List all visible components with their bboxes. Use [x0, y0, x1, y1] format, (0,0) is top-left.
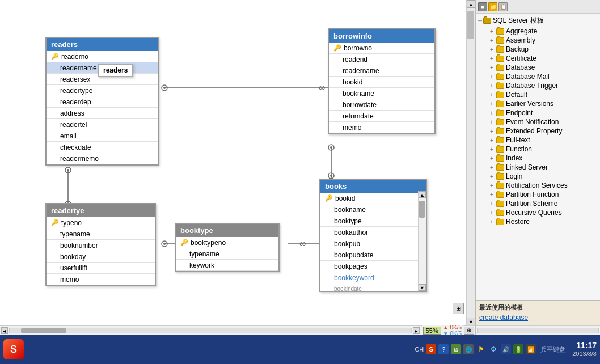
- svg-point-6: [330, 146, 332, 149]
- folder-icon: [496, 46, 504, 53]
- svg-point-8: [330, 175, 332, 177]
- tree-item-label: Earlier Versions: [506, 100, 553, 108]
- flag-icon[interactable]: ⚑: [476, 344, 486, 354]
- tree-root-item[interactable]: ─ SQL Server 模板: [476, 15, 600, 27]
- tree-item-label: Notification Services: [506, 181, 568, 189]
- tree-item-aggregate[interactable]: + Aggregate: [487, 27, 600, 36]
- diagram-hscroll: ◄ ► 55% ▲ 0K/5 ▼ 0K/5 ⊕: [0, 325, 475, 335]
- tree-item-database[interactable]: + Database: [487, 63, 600, 72]
- tree-item-partition-function[interactable]: + Partition Function: [487, 190, 600, 199]
- tree-item-fulltext[interactable]: + Full-text: [487, 136, 600, 145]
- battery-icon[interactable]: 🔋: [513, 344, 523, 354]
- readertye-table[interactable]: readertye 🔑 typeno typename booknu: [45, 203, 156, 286]
- table-row: readermemo: [47, 153, 158, 164]
- table-row: checkdate: [47, 142, 158, 153]
- toggle-icon: +: [488, 164, 495, 171]
- tree-item-restore[interactable]: + Restore: [487, 217, 600, 226]
- app-icon-s[interactable]: S: [426, 344, 436, 354]
- toggle-icon: +: [488, 173, 495, 180]
- folder-icon: [496, 28, 504, 35]
- tree-item-function[interactable]: + Function: [487, 145, 600, 154]
- network-icon[interactable]: 🌐: [463, 344, 474, 354]
- tree-item-extended-property[interactable]: + Extended Property: [487, 126, 600, 136]
- table-row: address: [47, 108, 158, 119]
- tree-item-label: Login: [506, 172, 522, 180]
- tree-item-assembly[interactable]: + Assembly: [487, 36, 600, 45]
- borrowinfo-table[interactable]: borrowinfo 🔑 borrowno readerid rea: [328, 28, 436, 134]
- audio-icon[interactable]: 🔊: [501, 344, 511, 354]
- tree-item-partition-scheme[interactable]: + Partition Scheme: [487, 199, 600, 208]
- field-name: readerid: [343, 56, 367, 64]
- map-nav-icon[interactable]: ⊞: [453, 303, 464, 314]
- app-logo[interactable]: S: [3, 339, 24, 359]
- tree-item-backup[interactable]: + Backup: [487, 45, 600, 54]
- tree-item-certificate[interactable]: + Certificate: [487, 54, 600, 63]
- vscroll-up-btn[interactable]: ▲: [467, 0, 475, 8]
- tree-item-endpoint[interactable]: + Endpoint: [487, 108, 600, 117]
- table-row: userfullift: [47, 263, 155, 274]
- tree-item-earlier-versions[interactable]: + Earlier Versions: [487, 99, 600, 108]
- hscroll-right-btn[interactable]: ►: [413, 327, 420, 334]
- tree-item-database-trigger[interactable]: + Database Trigger: [487, 81, 600, 90]
- booktype-title: booktype: [180, 226, 213, 235]
- table-row: bookname: [329, 88, 434, 99]
- field-name: address: [60, 109, 84, 117]
- table-row: bookday: [47, 251, 155, 263]
- field-name: readertype: [60, 87, 92, 95]
- table-row: readerid: [329, 54, 434, 65]
- tree-item-default[interactable]: + Default: [487, 90, 600, 99]
- tree-item-label: Certificate: [506, 54, 536, 62]
- key-icon: 🔑: [180, 239, 188, 246]
- pc-icon[interactable]: 🖥: [451, 344, 461, 354]
- table-row: keywork: [176, 260, 278, 271]
- zoom-box: 55%: [423, 327, 441, 335]
- field-name: readermemo: [60, 155, 99, 163]
- tree-item-event-notification[interactable]: + Event Notification: [487, 117, 600, 126]
- field-name: readerdep: [60, 98, 91, 106]
- field-name: typename: [60, 230, 90, 238]
- table-row: readername: [329, 65, 434, 77]
- vscroll-thumb[interactable]: [467, 11, 474, 39]
- folder-icon: [496, 164, 504, 171]
- create-database-link[interactable]: create database: [479, 314, 528, 321]
- field-name: returndate: [343, 112, 374, 120]
- right-panel: ■ 📁 📋 ─ SQL Server 模板 +: [475, 0, 600, 335]
- folder-icon: [496, 119, 504, 125]
- borrowinfo-title: borrowinfo: [333, 32, 372, 40]
- tree-item-notification-services[interactable]: + Notification Services: [487, 181, 600, 190]
- booktype-body: 🔑 booktypeno typename keywork: [176, 237, 278, 271]
- clock-icon[interactable]: ⚙: [488, 344, 498, 354]
- readers-table[interactable]: readers 🔑 readerno readername read: [45, 37, 159, 166]
- hscroll-left-btn[interactable]: ◄: [1, 327, 8, 334]
- svg-point-2: [163, 87, 166, 89]
- toggle-icon: +: [488, 92, 495, 98]
- tree-item-login[interactable]: + Login: [487, 172, 600, 181]
- toggle-icon: +: [488, 65, 495, 71]
- diagram-nav-cross[interactable]: ⊕: [464, 327, 474, 335]
- toolbar-icon-2[interactable]: 📁: [488, 2, 497, 11]
- vscroll-down-btn[interactable]: ▼: [467, 318, 475, 325]
- table-row: 🔑 typeno: [47, 217, 155, 228]
- hscroll-thumb[interactable]: [21, 328, 66, 333]
- toolbar-icon-1[interactable]: ■: [478, 2, 487, 11]
- table-row: booktype: [320, 215, 426, 227]
- field-name: typeno: [61, 219, 82, 227]
- svg-point-7: [328, 173, 334, 179]
- diagram-vscroll[interactable]: ▲ ▼: [466, 0, 475, 325]
- tree-item-index[interactable]: + Index: [487, 154, 600, 163]
- wifi-icon[interactable]: 📶: [526, 344, 536, 354]
- tree-item-linked-server[interactable]: + Linked Server: [487, 163, 600, 172]
- field-name: userfullift: [60, 264, 87, 272]
- tree-item-database-mail[interactable]: + Database Mail: [487, 72, 600, 81]
- booktype-table[interactable]: booktype 🔑 booktypeno typename key: [175, 223, 280, 272]
- toolbar-icon-3[interactable]: 📋: [498, 2, 508, 11]
- folder-icon: [496, 56, 504, 62]
- folder-icon: [496, 110, 504, 116]
- table-row: 🔑 readerno: [47, 51, 158, 62]
- help-icon[interactable]: ?: [438, 344, 449, 354]
- tree-item-label: Database: [506, 64, 535, 71]
- template-tree: ─ SQL Server 模板 + Aggregate: [476, 14, 600, 300]
- tree-item-recursive-queries[interactable]: + Recursive Queries: [487, 208, 600, 217]
- books-table[interactable]: books 🔑 bookid bookname booktype: [319, 179, 427, 292]
- field-name: booktype: [334, 217, 362, 225]
